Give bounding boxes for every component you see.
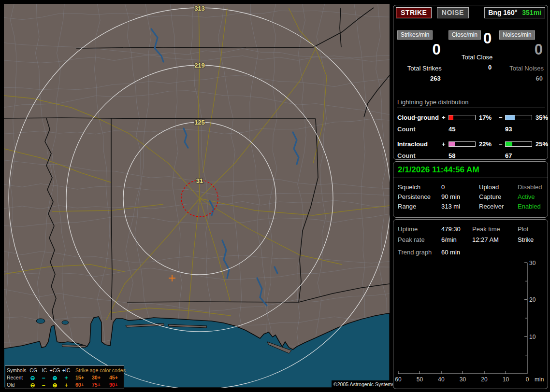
x-tick-40: 40 (438, 376, 445, 383)
upload-status: Disabled (518, 183, 543, 191)
clock-settings-panel: 2/1/2026 11:44:56 AM Squelch 0 Upload Di… (393, 161, 548, 218)
noises-counter-column: Noises/min 0 Total Noises 60 (498, 30, 546, 82)
age-75: 75+ (92, 382, 109, 388)
ring-label-125: 125 (194, 119, 205, 126)
minus-sign: − (499, 140, 505, 148)
minus-sign: − (499, 114, 505, 121)
trend-graph-label: Trend graph (398, 249, 441, 256)
uptime-label: Uptime (398, 225, 441, 233)
coastal-lake (62, 321, 69, 324)
symbol-legend: Symbols -CG -IC +CG +IC Strike age color… (5, 365, 124, 389)
noise-mode-button[interactable]: NOISE (437, 7, 469, 18)
receiver-label: Receiver (479, 203, 518, 210)
range-value: 313 mi (441, 203, 479, 210)
count-label: Count (397, 126, 442, 133)
ic-plus-count: 58 (449, 152, 478, 159)
legend-age-header: Strike age color codes (75, 368, 126, 373)
total-strikes-label: Total Strikes (396, 65, 442, 72)
strikes-counter-column: Strikes/min 0 Total Strikes 263 (396, 30, 444, 82)
strike-mode-button[interactable]: STRIKE (396, 7, 432, 18)
cg-plus-pct: 17% (478, 114, 499, 121)
plus-sign: + (442, 114, 449, 121)
cloud-ground-count-row: Count 45 93 (397, 123, 545, 135)
legend-symbols-header: Symbols (7, 368, 27, 373)
lightning-distribution: Lightning type distribution Cloud-ground… (397, 98, 545, 161)
intracloud-count-row: Count 58 67 (397, 150, 545, 161)
cg-minus-pct: 35% (534, 114, 550, 121)
y-tick-30: 30 (529, 260, 536, 266)
distribution-title: Lightning type distribution (397, 98, 545, 108)
ring-label-219: 219 (194, 62, 205, 69)
close-per-min-badge: Close/min (449, 30, 481, 40)
plot-mode-value: Strike (518, 236, 543, 243)
total-noises-label: Total Noises (498, 65, 544, 72)
count-label: Count (397, 152, 442, 159)
x-tick-30: 30 (460, 376, 466, 383)
coastal-lake (36, 319, 45, 323)
persistence-label: Persistence (398, 193, 441, 200)
age-30: 30+ (92, 375, 109, 380)
intracloud-row: Intracloud + 22% − 25% (397, 138, 545, 150)
cg-minus-bar (505, 115, 532, 120)
recent-pos-cg-icon: ⊕ (49, 375, 61, 381)
cloud-ground-label: Cloud-ground (397, 114, 442, 121)
peak-rate-value: 6/min (441, 236, 472, 243)
cg-plus-count: 45 (449, 126, 478, 133)
legend-old-label: Old (7, 382, 27, 388)
cloud-ground-row: Cloud-ground + 17% − 35% (397, 112, 545, 123)
capture-label: Capture (479, 193, 518, 200)
ic-plus-pct: 22% (478, 140, 499, 148)
x-tick-10: 10 (503, 376, 509, 383)
noises-per-min-badge: Noises/min (499, 30, 535, 40)
old-pos-ic-icon: + (61, 382, 72, 388)
old-neg-ic-icon: − (38, 382, 49, 388)
trend-graph: 30 20 10 60 50 40 30 20 10 0 min (393, 260, 548, 389)
lightning-map[interactable]: 313 219 125 31 Symbols -CG -IC +CG +IC S… (4, 4, 390, 388)
persistence-value: 90 min (441, 193, 479, 200)
capture-status: Active (518, 193, 543, 200)
intracloud-label: Intracloud (397, 140, 442, 148)
cg-plus-bar (449, 115, 476, 120)
ring-label-313: 313 (194, 5, 205, 12)
total-close-label: Total Close (448, 54, 493, 61)
strikes-per-min-badge: Strikes/min (397, 30, 433, 40)
trend-graph-window: 60 min (441, 249, 543, 256)
squelch-value: 0 (441, 183, 479, 191)
bearing-readout: Bng 160°351mi (484, 7, 545, 18)
y-tick-10: 10 (529, 334, 536, 340)
x-tick-50: 50 (417, 376, 423, 383)
x-tick-0: 0 (526, 376, 529, 383)
old-pos-cg-icon: ⊕ (49, 382, 61, 388)
recent-neg-ic-icon: − (38, 375, 49, 381)
old-neg-cg-icon: ⊖ (27, 382, 38, 388)
map-canvas: 313 219 125 31 (4, 4, 390, 388)
y-tick-20: 20 (529, 296, 536, 303)
peak-time-label: Peak time (472, 225, 518, 233)
ic-minus-pct: 25% (534, 140, 550, 148)
age-45: 45+ (109, 375, 126, 380)
x-tick-60: 60 (395, 376, 402, 383)
legend-col-pos-cg: +CG (49, 368, 61, 373)
legend-col-neg-ic: -IC (38, 368, 49, 373)
datetime-display: 2/1/2026 11:44:56 AM (393, 162, 548, 178)
recent-pos-ic-icon: + (61, 375, 72, 381)
ic-minus-count: 67 (505, 152, 534, 159)
age-90: 90+ (109, 382, 126, 388)
squelch-label: Squelch (398, 183, 441, 191)
upload-label: Upload (479, 183, 518, 191)
ring-label-31: 31 (196, 177, 203, 184)
ic-minus-bar (505, 141, 532, 147)
plot-label: Plot (518, 225, 543, 233)
range-label: Range (398, 203, 441, 210)
peak-rate-label: Peak rate (398, 236, 441, 243)
bearing-value: Bng 160° (488, 9, 517, 16)
recent-neg-cg-icon: ⊖ (27, 375, 38, 381)
age-60: 60+ (75, 382, 92, 388)
total-noises-value: 60 (498, 75, 544, 82)
x-tick-20: 20 (481, 376, 488, 383)
total-strikes-value: 263 (396, 75, 442, 82)
legend-recent-label: Recent (7, 375, 27, 380)
strike-stats-panel: STRIKE NOISE Bng 160°351mi Strikes/min 0… (393, 5, 548, 160)
uptime-value: 479:30 (441, 225, 472, 233)
total-close-value: 0 (448, 64, 493, 71)
